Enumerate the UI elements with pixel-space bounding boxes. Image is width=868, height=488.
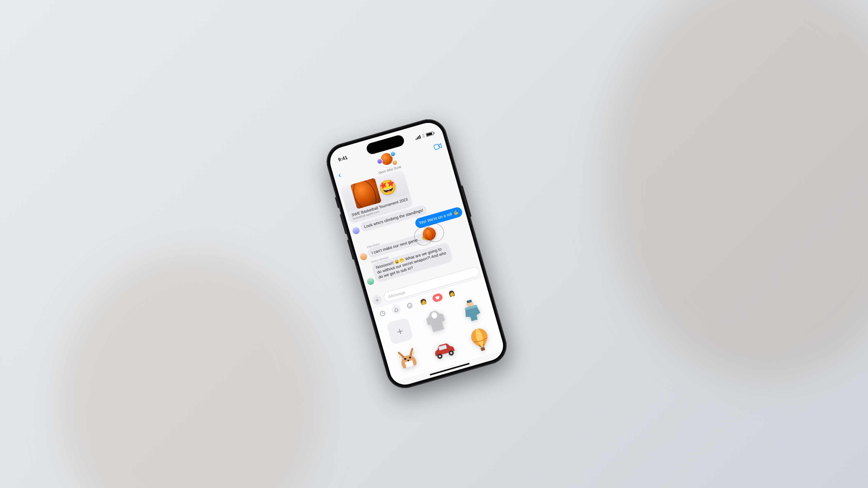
memoji-tab-1[interactable]: 🧑 xyxy=(418,297,429,307)
hearts-tab[interactable] xyxy=(432,293,443,303)
wifi-icon: 􀙇 xyxy=(422,133,425,139)
basketball-sticker-icon[interactable] xyxy=(422,226,437,241)
battery-icon xyxy=(426,131,434,137)
hoodie-sticker[interactable] xyxy=(420,305,452,337)
sender-avatar xyxy=(366,277,375,286)
recents-tab[interactable] xyxy=(377,308,388,319)
cellular-icon xyxy=(415,135,422,140)
emoji-tab[interactable] xyxy=(404,300,415,311)
svg-point-2 xyxy=(407,303,413,308)
memoji-tab-2[interactable]: 👩 xyxy=(446,288,457,299)
facetime-button[interactable] xyxy=(433,143,442,151)
svg-point-3 xyxy=(409,305,409,306)
add-sticker-button[interactable]: ＋ xyxy=(386,317,414,345)
flex-emoji-icon: 💪 xyxy=(453,210,459,215)
star-struck-sticker: 🤩 xyxy=(377,177,398,198)
red-car-sticker[interactable] xyxy=(429,335,460,366)
svg-point-4 xyxy=(410,305,410,305)
back-button[interactable]: ‹ xyxy=(337,170,342,180)
svg-rect-0 xyxy=(434,144,440,150)
message-placeholder: iMessage xyxy=(388,290,406,299)
hot-air-balloon-sticker[interactable] xyxy=(465,325,496,356)
corgi-sticker[interactable] xyxy=(393,345,424,376)
iphone-device: 9:41 􀙇 ‹ Devs Who Dunk xyxy=(322,115,511,393)
sender-avatar xyxy=(352,226,361,235)
svg-rect-16 xyxy=(480,347,485,351)
apps-plus-button[interactable]: ＋ xyxy=(371,294,383,306)
sender-avatar xyxy=(359,252,368,261)
kid-snowsuit-sticker[interactable] xyxy=(456,295,488,326)
cutouts-tab[interactable] xyxy=(391,304,402,315)
